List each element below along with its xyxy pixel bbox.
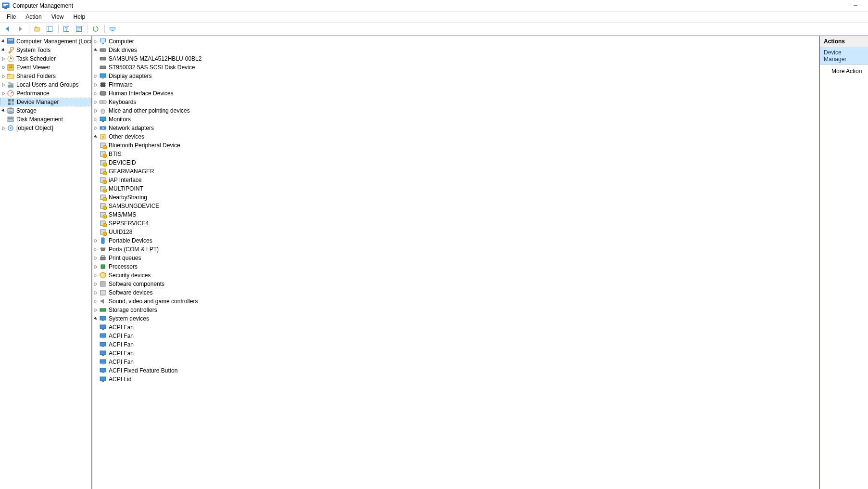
cat-firmware[interactable]: Firmware [92, 80, 819, 89]
cat-other-devices[interactable]: ?Other devices [92, 132, 819, 141]
show-hide-tree-button[interactable] [44, 23, 55, 35]
device-item[interactable]: ACPI Lid [92, 375, 819, 384]
menu-view[interactable]: View [47, 13, 69, 21]
cat-monitors[interactable]: Monitors [92, 115, 819, 124]
minimize-button[interactable] [845, 0, 866, 11]
tree-storage[interactable]: Storage [0, 106, 91, 115]
forward-button[interactable] [14, 23, 26, 35]
expand-icon[interactable] [92, 317, 99, 321]
cat-disk-drives[interactable]: Disk drives [92, 46, 819, 54]
tree-performance[interactable]: Performance [0, 89, 91, 98]
expand-icon[interactable] [0, 39, 7, 44]
cat-display-adapters[interactable]: Display adapters [92, 72, 819, 80]
expand-icon[interactable] [92, 48, 99, 52]
device-item[interactable]: !iAP Interface [92, 176, 819, 184]
expand-icon[interactable] [92, 282, 99, 286]
device-item[interactable]: !GEARMANAGER [92, 167, 819, 176]
expand-icon[interactable] [0, 48, 7, 52]
svg-rect-105 [101, 256, 104, 257]
expand-icon[interactable] [92, 83, 99, 87]
device-item[interactable]: ST950032 5AS SCSI Disk Device [92, 63, 819, 72]
cat-security[interactable]: Security devices [92, 271, 819, 280]
expand-icon[interactable] [92, 74, 99, 78]
console-tree-pane[interactable]: Computer Management (Local) System Tools… [0, 36, 92, 489]
expand-icon[interactable] [92, 256, 99, 260]
expand-icon[interactable] [0, 74, 7, 78]
expand-icon[interactable] [0, 65, 7, 70]
expand-icon[interactable] [92, 126, 99, 130]
device-item[interactable]: !MULTIPOINT [92, 184, 819, 193]
expand-icon[interactable] [92, 308, 99, 312]
cat-sw-components[interactable]: Software components [92, 280, 819, 288]
expand-icon[interactable] [92, 247, 99, 252]
expand-icon[interactable] [0, 91, 7, 96]
refresh-button[interactable] [90, 23, 101, 35]
cat-hid[interactable]: Human Interface Devices [92, 89, 819, 98]
cat-system-devices[interactable]: System devices [92, 314, 819, 323]
device-item[interactable]: !SPPSERVICE4 [92, 219, 819, 228]
expand-icon[interactable] [0, 57, 7, 61]
device-tree[interactable]: Computer Disk drives SAMSUNG MZAL4512HBL… [92, 36, 819, 489]
tree-shared-folders[interactable]: Shared Folders [0, 72, 91, 80]
tree-services-apps[interactable]: [object Object] [0, 124, 91, 132]
system-device-icon [99, 349, 107, 357]
menu-help[interactable]: Help [69, 13, 90, 21]
cat-mice[interactable]: Mice and other pointing devices [92, 106, 819, 115]
cat-storage-ctrl[interactable]: Storage controllers [92, 306, 819, 314]
actions-selected[interactable]: Device Manager [820, 47, 868, 65]
expand-icon[interactable] [92, 273, 99, 278]
back-button[interactable] [2, 23, 13, 35]
cat-network[interactable]: Network adapters [92, 124, 819, 132]
device-item[interactable]: SAMSUNG MZAL4512HBLU-00BL2 [92, 54, 819, 63]
expand-icon[interactable] [92, 100, 99, 104]
component-icon [99, 280, 107, 288]
actions-more[interactable]: More Action [820, 65, 868, 77]
expand-icon[interactable] [0, 109, 7, 113]
tree-local-users[interactable]: Local Users and Groups [0, 80, 91, 89]
expand-icon[interactable] [92, 117, 99, 122]
properties-button[interactable] [73, 23, 85, 35]
device-item[interactable]: ACPI Fixed Feature Button [92, 366, 819, 375]
menu-action[interactable]: Action [21, 13, 46, 21]
cat-portable[interactable]: Portable Devices [92, 236, 819, 245]
cat-processors[interactable]: Processors [92, 262, 819, 271]
expand-icon[interactable] [92, 265, 99, 269]
device-item[interactable]: !NearbySharing [92, 193, 819, 202]
cat-computer[interactable]: Computer [92, 37, 819, 46]
expand-icon[interactable] [92, 109, 99, 113]
device-item[interactable]: !SMS/MMS [92, 210, 819, 219]
tree-system-tools[interactable]: System Tools [0, 46, 91, 54]
scan-hardware-button[interactable] [107, 23, 118, 35]
tree-event-viewer[interactable]: Event Viewer [0, 63, 91, 72]
device-item[interactable]: !SAMSUNGDEVICE [92, 202, 819, 210]
device-item[interactable]: !UUID128 [92, 228, 819, 236]
device-item[interactable]: ACPI Fan [92, 332, 819, 340]
cat-sound[interactable]: Sound, video and game controllers [92, 297, 819, 306]
expand-icon[interactable] [92, 299, 99, 304]
expand-icon[interactable] [92, 239, 99, 243]
tree-task-scheduler[interactable]: Task Scheduler [0, 54, 91, 63]
device-item[interactable]: !BTIS [92, 150, 819, 158]
device-item[interactable]: ACPI Fan [92, 323, 819, 332]
expand-icon[interactable] [0, 83, 7, 87]
menu-file[interactable]: File [2, 13, 21, 21]
expand-icon[interactable] [92, 291, 99, 295]
device-item[interactable]: ACPI Fan [92, 358, 819, 366]
expand-icon[interactable] [0, 126, 7, 130]
cat-keyboards[interactable]: Keyboards [92, 98, 819, 106]
device-item[interactable]: ACPI Fan [92, 340, 819, 349]
cat-print-queues[interactable]: Print queues [92, 254, 819, 262]
tree-root[interactable]: Computer Management (Local) [0, 37, 91, 46]
expand-icon[interactable] [92, 39, 99, 44]
device-item[interactable]: !DEVICEID [92, 158, 819, 167]
expand-icon[interactable] [92, 91, 99, 96]
device-item[interactable]: ACPI Fan [92, 349, 819, 358]
up-button[interactable] [31, 23, 43, 35]
cat-sw-devices[interactable]: Software devices [92, 288, 819, 297]
tree-device-manager[interactable]: Device Manager [0, 98, 91, 106]
device-item[interactable]: !Bluetooth Peripheral Device [92, 141, 819, 150]
help-button[interactable]: ? [61, 23, 72, 35]
cat-ports[interactable]: Ports (COM & LPT) [92, 245, 819, 254]
expand-icon[interactable] [92, 135, 99, 139]
tree-disk-management[interactable]: Disk Management [0, 115, 91, 124]
